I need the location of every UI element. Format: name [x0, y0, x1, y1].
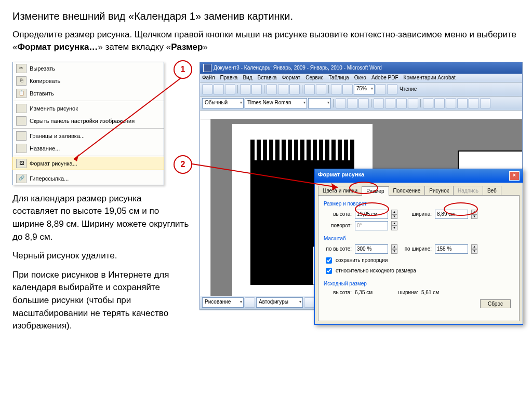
menu-acrobat[interactable]: Комментарии Acrobat	[404, 75, 456, 81]
blank-icon	[16, 144, 26, 153]
group-original: Исходный размер	[324, 281, 514, 286]
ctx-copy[interactable]: ⎘Копировать	[13, 75, 164, 87]
scale-h-input[interactable]	[355, 244, 388, 254]
t: » затем вкладку «	[98, 42, 171, 52]
tab-position[interactable]: Положение	[389, 186, 425, 195]
copy-icon[interactable]	[278, 84, 288, 94]
sep	[333, 99, 334, 107]
ctx-edit-image[interactable]: Изменить рисунок	[13, 102, 164, 115]
tab-colors[interactable]: Цвета и линии	[318, 186, 362, 195]
height-spinner[interactable]: ▲▼	[391, 210, 397, 219]
t: »	[203, 42, 207, 52]
word-icon	[203, 64, 211, 72]
menu-format[interactable]: Формат	[282, 75, 301, 81]
instruction-text: Определите размер рисунка. Щелчком право…	[12, 29, 520, 53]
table-icon[interactable]	[331, 84, 341, 94]
ctx-paste[interactable]: 📋Вставить	[13, 87, 164, 100]
menu-window[interactable]: Окно	[354, 75, 366, 81]
scale-w-input[interactable]	[435, 244, 468, 254]
group-size: Размер и поворот	[324, 201, 514, 207]
save-icon[interactable]	[225, 84, 235, 94]
ctx-hide-panel[interactable]: Скрыть панель настройки изображения	[13, 115, 164, 127]
align-left-icon[interactable]	[374, 98, 384, 108]
numbering-icon[interactable]	[434, 98, 445, 108]
scale-h-spinner[interactable]: ▲▼	[391, 244, 397, 254]
zoom-combo[interactable]: 75%	[354, 84, 375, 94]
print-icon[interactable]	[240, 84, 250, 94]
style-combo[interactable]: Обычный	[202, 98, 244, 108]
size-combo[interactable]	[308, 98, 331, 108]
tab-web[interactable]: Веб	[483, 186, 501, 195]
autoshapes-menu[interactable]: Автофигуры	[256, 297, 303, 308]
paste-icon[interactable]	[289, 84, 300, 94]
scale-w-spinner[interactable]: ▲▼	[471, 244, 477, 254]
word-title-text: Документ3 - Календарь: Январь, 2009 - Ян…	[214, 65, 382, 71]
menu-table[interactable]: Таблица	[328, 75, 349, 81]
word-window: Документ3 - Календарь: Январь, 2009 - Ян…	[200, 62, 523, 310]
ctx-cut[interactable]: ✂Вырезать	[13, 62, 164, 75]
separator	[13, 128, 164, 129]
bold-icon[interactable]	[336, 98, 346, 108]
help-icon[interactable]	[376, 84, 386, 94]
bold-size: Размер	[171, 42, 203, 52]
indent-less-icon[interactable]	[446, 98, 456, 108]
columns-icon[interactable]	[342, 84, 353, 94]
reading-label[interactable]: Чтение	[400, 86, 417, 92]
ctx-hyperlink[interactable]: 🔗Гиперссылка...	[13, 172, 164, 185]
width-input[interactable]	[435, 210, 468, 219]
align-right-icon[interactable]	[396, 98, 407, 108]
ctx-borders[interactable]: Границы и заливка...	[13, 130, 164, 142]
close-icon[interactable]: ×	[509, 171, 520, 181]
italic-icon[interactable]	[347, 98, 357, 108]
menu-view[interactable]: Вид	[243, 75, 252, 81]
menu-insert[interactable]: Вставка	[257, 75, 276, 81]
align-center-icon[interactable]	[385, 98, 395, 108]
rotate-input[interactable]	[355, 221, 388, 230]
sep	[302, 85, 302, 93]
select-icon[interactable]	[245, 297, 255, 308]
scale-w-label: по ширине:	[401, 246, 432, 252]
menu-file[interactable]: Файл	[202, 75, 215, 81]
height-input[interactable]	[355, 210, 388, 219]
callout-marker-2: 2	[174, 155, 192, 174]
highlight-icon[interactable]	[469, 98, 479, 108]
copy-icon: ⎘	[16, 76, 26, 86]
redo-icon[interactable]	[316, 84, 326, 94]
indent-more-icon[interactable]	[457, 98, 468, 108]
tab-size[interactable]: Размер	[362, 186, 389, 196]
preview-icon[interactable]	[251, 84, 262, 94]
separator	[13, 156, 164, 156]
draw-menu[interactable]: Рисование	[202, 297, 244, 308]
line-icon[interactable]	[304, 297, 314, 308]
menu-tools[interactable]: Сервис	[305, 75, 323, 81]
width-label: ширина:	[401, 211, 432, 217]
align-justify-icon[interactable]	[408, 98, 418, 108]
underline-icon[interactable]	[358, 98, 369, 108]
orig-h-label: высота:	[324, 290, 352, 295]
rotate-label: поворот:	[324, 223, 352, 228]
open-icon[interactable]	[214, 84, 224, 94]
font-combo[interactable]: Times New Roman	[245, 98, 307, 108]
reset-button[interactable]: Сброс	[480, 299, 511, 308]
bullets-icon[interactable]	[423, 98, 433, 108]
reading-icon[interactable]	[387, 84, 397, 94]
tab-textbox[interactable]: Надпись	[453, 186, 483, 195]
link-icon: 🔗	[16, 174, 26, 183]
orig-h-val: 6,35 см	[355, 290, 384, 295]
font-color-icon[interactable]	[480, 98, 490, 108]
ctx-caption[interactable]: Название...	[13, 142, 164, 155]
rotate-spinner[interactable]: ▲▼	[391, 221, 397, 230]
keep-ratio-check[interactable]	[326, 257, 332, 264]
sep	[237, 85, 238, 93]
ruler-vertical	[200, 119, 211, 296]
relative-orig-check[interactable]	[326, 268, 332, 274]
menu-adobepdf[interactable]: Adobe PDF	[371, 75, 398, 81]
tab-picture[interactable]: Рисунок	[424, 186, 454, 195]
cut-icon[interactable]	[267, 84, 277, 94]
width-spinner[interactable]: ▲▼	[471, 210, 477, 219]
undo-icon[interactable]	[304, 84, 315, 94]
context-menu: ✂Вырезать ⎘Копировать 📋Вставить Изменить…	[12, 62, 164, 185]
new-icon[interactable]	[202, 84, 212, 94]
menu-edit[interactable]: Правка	[220, 75, 238, 81]
ctx-format-picture[interactable]: 🖼Формат рисунка...	[12, 157, 164, 170]
